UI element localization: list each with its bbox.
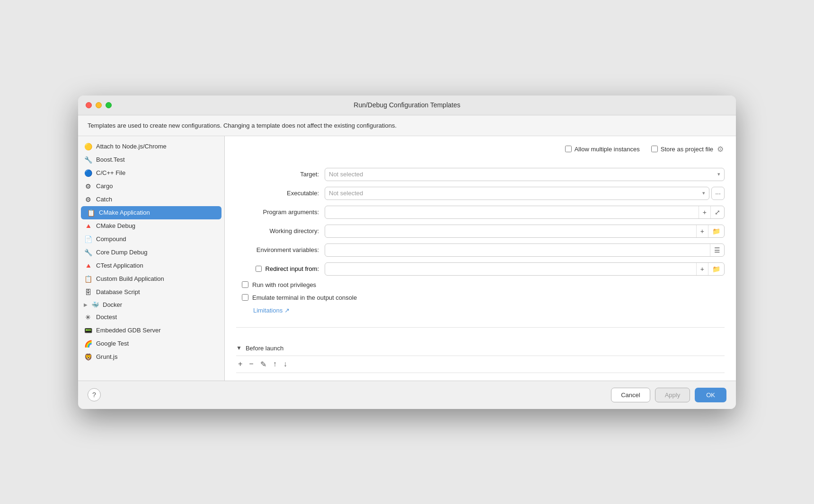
program-args-input[interactable]	[325, 206, 699, 218]
executable-label: Executable:	[236, 190, 319, 197]
before-launch-add-button[interactable]: +	[236, 359, 244, 370]
before-launch-down-button[interactable]: ↓	[282, 359, 289, 370]
executable-select[interactable]: Not selected ▾	[325, 187, 709, 200]
main-window: Run/Debug Configuration Templates Templa…	[78, 96, 736, 409]
help-icon: ?	[92, 391, 96, 399]
target-value: Not selected	[329, 171, 363, 178]
top-options: Allow multiple instances Store as projec…	[236, 144, 725, 158]
program-args-input-wrapper: + ⤢	[325, 206, 725, 219]
boost-test-icon: 🔧	[84, 156, 92, 164]
emulate-terminal-checkbox[interactable]	[242, 294, 248, 301]
redirect-control: + 📁	[325, 262, 725, 276]
sidebar-item-cpp-file[interactable]: 🔵 C/C++ File	[78, 166, 224, 180]
sidebar-item-cmake-app[interactable]: 📋 CMake Application	[81, 206, 221, 219]
before-launch-up-button[interactable]: ↑	[271, 359, 279, 370]
working-dir-input-wrapper: + 📁	[325, 225, 725, 238]
limitations-link[interactable]: Limitations ↗	[253, 307, 290, 314]
before-launch-remove-button[interactable]: −	[247, 359, 255, 370]
cmake-debug-icon: 🔺	[84, 222, 92, 230]
sidebar-item-doctest[interactable]: ✳ Doctest	[78, 311, 224, 324]
sidebar-label-compound: Compound	[96, 235, 126, 243]
root-privileges-label: Run with root privileges	[252, 281, 316, 288]
before-launch-section: ▼ Before launch + − ✎	[236, 345, 725, 373]
target-label: Target:	[236, 171, 319, 178]
sidebar-label-cmake-app: CMake Application	[99, 209, 150, 216]
sidebar-item-compound[interactable]: 📄 Compound	[78, 233, 224, 246]
sidebar-label-embedded-gdb: Embedded GDB Server	[96, 327, 161, 334]
env-vars-edit-button[interactable]: ☰	[710, 244, 724, 256]
sidebar-item-custom-build[interactable]: 📋 Custom Build Application	[78, 272, 224, 286]
env-vars-input[interactable]	[325, 244, 710, 256]
emulate-terminal-label: Emulate terminal in the output console	[252, 294, 357, 301]
sidebar: 🟡 Attach to Node.js/Chrome 🔧 Boost.Test …	[78, 136, 225, 381]
ok-button[interactable]: OK	[695, 388, 726, 402]
sidebar-label-boost-test: Boost.Test	[96, 156, 125, 163]
close-button[interactable]	[86, 102, 92, 108]
sidebar-label-cpp-file: C/C++ File	[96, 169, 125, 176]
attach-node-icon: 🟡	[84, 142, 92, 151]
titlebar: Run/Debug Configuration Templates	[78, 96, 736, 115]
working-dir-browse-button[interactable]: 📁	[708, 225, 724, 237]
sidebar-label-db-script: Database Script	[96, 288, 140, 295]
custom-build-icon: 📋	[84, 275, 92, 283]
form-section: Target: Not selected ▾ Executable:	[236, 168, 725, 373]
redirect-browse-button[interactable]: 📁	[708, 263, 724, 275]
gear-button[interactable]: ⚙	[716, 144, 725, 155]
sidebar-item-cargo[interactable]: ⚙ Cargo	[78, 180, 224, 193]
compound-icon: 📄	[84, 235, 92, 243]
window-title: Run/Debug Configuration Templates	[354, 101, 460, 109]
store-project-label: Store as project file	[661, 146, 713, 153]
working-dir-add-button[interactable]: +	[696, 225, 708, 237]
info-text: Templates are used to create new configu…	[88, 122, 397, 129]
sidebar-label-ctest: CTest Application	[96, 262, 143, 269]
edit-icon: ✎	[260, 360, 266, 369]
executable-select-wrapper: Not selected ▾ ···	[325, 187, 725, 200]
sidebar-item-docker[interactable]: ▶ 🐳 Docker	[78, 299, 224, 311]
executable-value: Not selected	[329, 190, 363, 197]
env-vars-label: Environment variables:	[236, 246, 319, 253]
apply-button[interactable]: Apply	[655, 388, 690, 402]
allow-multiple-checkbox[interactable]	[565, 146, 572, 152]
sidebar-item-attach-node[interactable]: 🟡 Attach to Node.js/Chrome	[78, 140, 224, 153]
redirect-row: Redirect input from: + 📁	[236, 262, 725, 276]
target-chevron-icon: ▾	[717, 171, 720, 177]
store-project-checkbox[interactable]	[651, 146, 658, 152]
docker-icon: 🐳	[91, 301, 99, 308]
before-launch-edit-button[interactable]: ✎	[258, 359, 268, 370]
cmake-app-icon: 📋	[87, 209, 95, 217]
help-button[interactable]: ?	[88, 388, 101, 401]
redirect-checkbox-wrapper: Redirect input from:	[236, 265, 319, 272]
executable-more-button[interactable]: ···	[711, 187, 725, 200]
root-privileges-checkbox[interactable]	[242, 281, 248, 288]
sidebar-item-db-script[interactable]: 🗄 Database Script	[78, 286, 224, 299]
before-launch-toolbar: + − ✎ ↑ ↓	[236, 356, 725, 373]
sidebar-label-google-test: Google Test	[96, 340, 129, 347]
target-control: Not selected ▾	[325, 168, 725, 181]
working-dir-input[interactable]	[325, 225, 696, 237]
program-args-add-button[interactable]: +	[699, 206, 710, 218]
target-row: Target: Not selected ▾	[236, 168, 725, 181]
target-select[interactable]: Not selected ▾	[325, 168, 725, 181]
program-args-expand-button[interactable]: ⤢	[710, 206, 724, 218]
sidebar-item-catch[interactable]: ⚙ Catch	[78, 193, 224, 206]
sidebar-item-cmake-debug[interactable]: 🔺 CMake Debug	[78, 219, 224, 233]
redirect-input-wrapper: + 📁	[325, 262, 725, 276]
sidebar-item-google-test[interactable]: 🌈 Google Test	[78, 337, 224, 350]
redirect-checkbox[interactable]	[256, 266, 262, 272]
maximize-button[interactable]	[106, 102, 112, 108]
working-dir-label: Working directory:	[236, 227, 319, 235]
sidebar-item-ctest[interactable]: 🔺 CTest Application	[78, 259, 224, 272]
sidebar-item-core-dump[interactable]: 🔧 Core Dump Debug	[78, 246, 224, 259]
redirect-add-button[interactable]: +	[696, 263, 708, 275]
cancel-button[interactable]: Cancel	[611, 388, 650, 402]
info-bar: Templates are used to create new configu…	[78, 115, 736, 136]
minimize-button[interactable]	[96, 102, 102, 108]
sidebar-item-embedded-gdb[interactable]: 📟 Embedded GDB Server	[78, 324, 224, 337]
core-dump-icon: 🔧	[84, 248, 92, 257]
docker-chevron-icon: ▶	[84, 302, 88, 307]
sidebar-item-grunt[interactable]: 🦁 Grunt.js	[78, 350, 224, 364]
redirect-input[interactable]	[325, 263, 696, 275]
before-launch-chevron-icon[interactable]: ▼	[236, 345, 242, 351]
sidebar-item-boost-test[interactable]: 🔧 Boost.Test	[78, 153, 224, 166]
executable-control: Not selected ▾ ···	[325, 187, 725, 200]
